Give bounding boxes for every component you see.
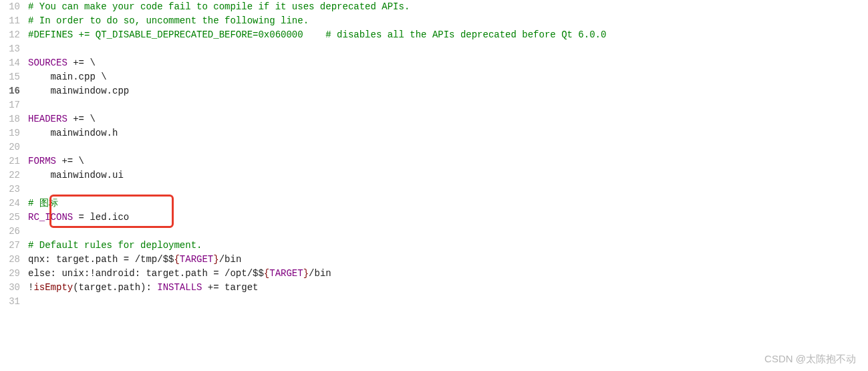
code-line[interactable]: HEADERS += \ bbox=[28, 112, 868, 126]
line-number: 23 bbox=[0, 182, 20, 197]
code-token: mainwindow.cpp bbox=[28, 86, 129, 96]
code-token: # In order to do so, uncomment the follo… bbox=[28, 15, 309, 26]
code-line[interactable]: FORMS += \ bbox=[28, 154, 868, 168]
code-line[interactable] bbox=[28, 140, 868, 154]
code-token: main.cpp \ bbox=[28, 72, 107, 82]
code-line[interactable] bbox=[28, 225, 868, 239]
line-number: 18 bbox=[0, 112, 20, 126]
line-number: 28 bbox=[0, 253, 20, 267]
code-token: = led.ico bbox=[73, 212, 129, 223]
code-token: += \ bbox=[67, 57, 96, 68]
code-line[interactable]: main.cpp \ bbox=[28, 70, 868, 84]
code-line[interactable]: qnx: target.path = /tmp/$${TARGET}/bin bbox=[28, 253, 868, 267]
code-token: SOURCES bbox=[28, 57, 67, 68]
code-token: /bin bbox=[219, 254, 242, 265]
code-line[interactable]: mainwindow.cpp bbox=[28, 84, 868, 98]
code-token: FORMS bbox=[28, 156, 56, 166]
line-number: 19 bbox=[0, 126, 20, 140]
code-line[interactable]: # You can make your code fail to compile… bbox=[28, 0, 868, 14]
line-number: 20 bbox=[0, 140, 20, 154]
code-line[interactable] bbox=[28, 42, 868, 56]
code-line[interactable]: mainwindow.ui bbox=[28, 168, 868, 182]
code-token: } bbox=[303, 268, 309, 279]
code-token: (target.path): bbox=[73, 282, 157, 293]
line-number: 14 bbox=[0, 56, 20, 70]
code-token: mainwindow.h bbox=[28, 128, 118, 138]
line-number: 11 bbox=[0, 14, 20, 28]
code-line[interactable] bbox=[28, 295, 868, 309]
code-line[interactable]: else: unix:!android: target.path = /opt/… bbox=[28, 267, 868, 281]
code-line[interactable]: # In order to do so, uncomment the follo… bbox=[28, 14, 868, 28]
line-number: 29 bbox=[0, 267, 20, 281]
line-number: 27 bbox=[0, 239, 20, 253]
code-token: += \ bbox=[67, 114, 96, 124]
code-area[interactable]: # You can make your code fail to compile… bbox=[25, 0, 868, 371]
line-number: 16 bbox=[0, 84, 20, 98]
code-line[interactable]: # 图标 bbox=[28, 197, 868, 211]
line-number: 25 bbox=[0, 211, 20, 225]
code-token: HEADERS bbox=[28, 114, 67, 124]
code-token: } bbox=[213, 254, 219, 265]
code-line[interactable]: # Default rules for deployment. bbox=[28, 239, 868, 253]
line-number: 13 bbox=[0, 42, 20, 56]
code-token: { bbox=[174, 254, 179, 265]
line-number: 17 bbox=[0, 98, 20, 112]
code-token: else: unix:!android: target.path = /opt/… bbox=[28, 268, 264, 279]
code-token: # You can make your code fail to compile… bbox=[28, 1, 410, 12]
code-token: TARGET bbox=[269, 268, 303, 279]
code-token: #DEFINES += QT_DISABLE_DEPRECATED_BEFORE… bbox=[28, 29, 606, 40]
code-editor[interactable]: 1011121314151617181920212223242526272829… bbox=[0, 0, 868, 371]
code-token: INSTALLS bbox=[157, 282, 202, 293]
code-line[interactable]: mainwindow.h bbox=[28, 126, 868, 140]
line-number: 10 bbox=[0, 0, 20, 14]
code-token: /bin bbox=[309, 268, 331, 279]
code-token: # 图标 bbox=[28, 198, 58, 209]
code-token: += \ bbox=[56, 156, 84, 166]
line-number: 26 bbox=[0, 225, 20, 239]
code-line[interactable]: SOURCES += \ bbox=[28, 56, 868, 70]
code-line[interactable] bbox=[28, 98, 868, 112]
code-token: mainwindow.ui bbox=[28, 170, 124, 180]
line-number: 21 bbox=[0, 154, 20, 168]
code-line[interactable]: RC_ICONS = led.ico bbox=[28, 211, 868, 225]
code-token: isEmpty bbox=[33, 282, 73, 293]
code-token: RC_ICONS bbox=[28, 212, 73, 223]
line-number: 12 bbox=[0, 28, 20, 42]
line-number: 31 bbox=[0, 295, 20, 309]
code-token: { bbox=[264, 268, 269, 279]
code-token: TARGET bbox=[180, 254, 213, 265]
code-line[interactable]: #DEFINES += QT_DISABLE_DEPRECATED_BEFORE… bbox=[28, 28, 868, 42]
line-number-gutter: 1011121314151617181920212223242526272829… bbox=[0, 0, 25, 371]
code-token: qnx: target.path = /tmp/$$ bbox=[28, 254, 174, 265]
line-number: 30 bbox=[0, 281, 20, 295]
code-token: # Default rules for deployment. bbox=[28, 240, 202, 251]
line-number: 22 bbox=[0, 168, 20, 182]
line-number: 24 bbox=[0, 197, 20, 211]
code-line[interactable]: !isEmpty(target.path): INSTALLS += targe… bbox=[28, 281, 868, 295]
code-line[interactable] bbox=[28, 182, 868, 197]
line-number: 15 bbox=[0, 70, 20, 84]
code-token: += target bbox=[202, 282, 258, 293]
